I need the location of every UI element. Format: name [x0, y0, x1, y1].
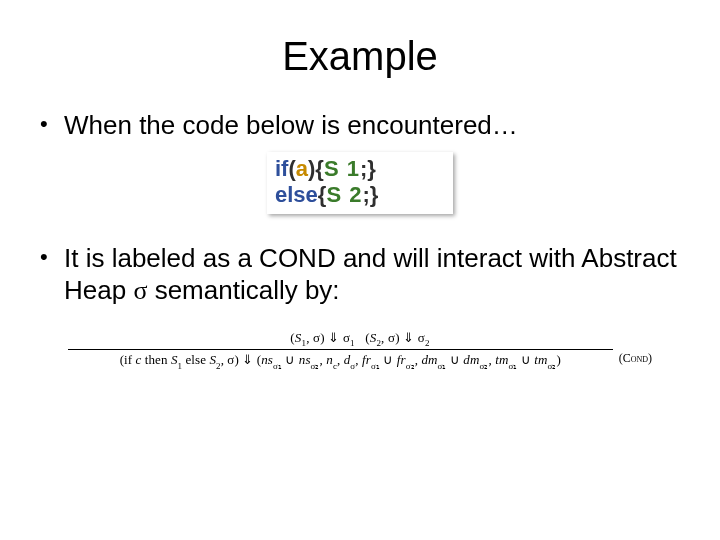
var-a: a	[296, 156, 308, 182]
rule-premises: (S1, σ) ⇓ σ1 (S2, σ) ⇓ σ2	[68, 330, 652, 350]
rule-conclusion-row: (if c then S1 else S2, σ) ⇓ (nsσ₁ ∪ nsσ₂…	[68, 349, 652, 370]
bullet-2: • It is labeled as a COND and will inter…	[40, 242, 680, 308]
stmt-s2: S 2	[326, 182, 362, 208]
semi: ;	[362, 182, 369, 208]
rparen: )	[308, 156, 315, 182]
semi: ;	[360, 156, 367, 182]
b2-post: semantically by:	[147, 275, 339, 305]
bullet-dot: •	[40, 242, 64, 308]
rule-name-text: Cond	[623, 351, 648, 365]
kw-if: if	[275, 156, 288, 182]
code-line-1: if ( a ) { S 1 ; }	[275, 156, 445, 182]
bullet-dot: •	[40, 109, 64, 142]
rbrace: }	[367, 156, 376, 182]
stmt-s1: S 1	[324, 156, 360, 182]
rule-name: (Cond)	[613, 349, 652, 366]
lparen: (	[288, 156, 295, 182]
slide: Example • When the code below is encount…	[0, 0, 720, 540]
kw-else: else	[275, 182, 318, 208]
code-box: if ( a ) { S 1 ; } else { S 2 ; }	[267, 152, 453, 214]
bullet-1: • When the code below is encountered…	[40, 109, 680, 142]
code-line-2: else { S 2 ; }	[275, 182, 445, 208]
sigma: σ	[133, 276, 147, 305]
inference-rule: (S1, σ) ⇓ σ1 (S2, σ) ⇓ σ2 (if c then S1 …	[68, 330, 652, 370]
lbrace: {	[318, 182, 327, 208]
slide-title: Example	[40, 34, 680, 79]
rbrace: }	[370, 182, 379, 208]
bullet-1-text: When the code below is encountered…	[64, 109, 680, 142]
bullet-2-text: It is labeled as a COND and will interac…	[64, 242, 680, 308]
lbrace: {	[315, 156, 324, 182]
rule-conclusion: (if c then S1 else S2, σ) ⇓ (nsσ₁ ∪ nsσ₂…	[68, 350, 613, 370]
